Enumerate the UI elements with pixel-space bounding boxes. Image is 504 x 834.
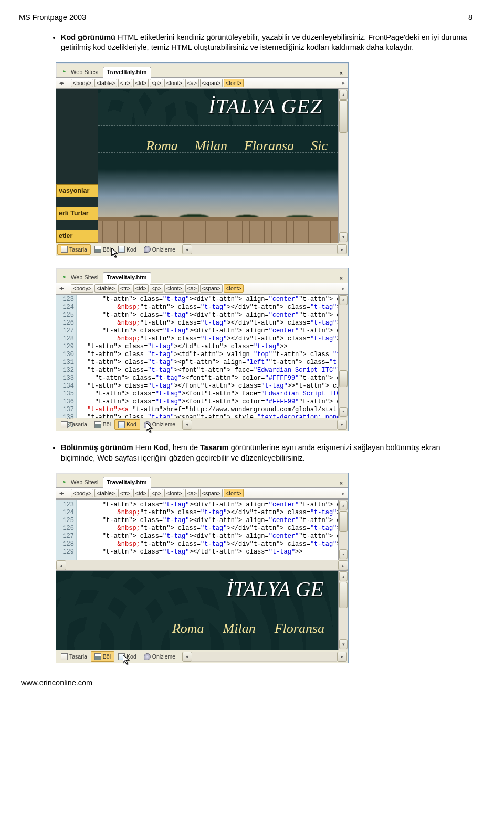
- header-left: MS Frontpage 2003: [19, 13, 86, 23]
- vertical-scrollbar[interactable]: ▴▾: [338, 570, 348, 650]
- tagbtn-body[interactable]: <body>: [71, 79, 93, 87]
- city-floransa[interactable]: Floransa: [275, 619, 324, 638]
- city-milan[interactable]: Milan: [195, 137, 227, 155]
- side-item-vasyonlar[interactable]: vasyonlar: [56, 184, 98, 197]
- tab-web-sitesi[interactable]: Web Sitesi: [58, 67, 102, 77]
- tab-web-sitesi-label: Web Sitesi: [71, 68, 98, 76]
- line-numbers: 123124125126127128129: [56, 500, 77, 560]
- tag-history-icon[interactable]: ◂▸: [59, 79, 64, 87]
- horizontal-scrollbar[interactable]: ◂▸: [182, 420, 347, 430]
- view-bol[interactable]: Böl: [91, 419, 114, 430]
- code-editor[interactable]: 1231241251261271281291301311321331341351…: [56, 294, 348, 418]
- globe-icon: [61, 274, 69, 280]
- code-body[interactable]: "t-attn"> class="t-tag"><div"t-attn"> al…: [77, 295, 338, 418]
- tagbtn-table[interactable]: <table>: [94, 79, 117, 87]
- view-kod[interactable]: Kod: [114, 651, 140, 662]
- figure-bol-view: Web Sitesi TravelItaly.htm × ◂▸ <body> <…: [56, 473, 472, 663]
- split-code-pane[interactable]: 123124125126127128129 "t-attn"> class="t…: [56, 499, 348, 560]
- view-tasarla[interactable]: Tasarla: [57, 244, 91, 255]
- line-numbers: 1231241251261271281291301311321331341351…: [56, 295, 77, 418]
- city-links: Roma Milan Floransa: [172, 619, 324, 638]
- view-kod[interactable]: Kod: [114, 244, 140, 255]
- bullet-kod-text: HTML etiketlerini kendiniz görüntüleyebi…: [61, 33, 467, 52]
- view-mode-bar: Tasarla Böl Kod Önizleme ◂ ▸: [56, 243, 348, 256]
- figure-tasarla-view: Web Sitesi TravelItaly.htm × ◂▸ <body> <…: [56, 62, 472, 256]
- vertical-scrollbar[interactable]: ▴ ▾: [338, 295, 348, 418]
- code-body[interactable]: "t-attn"> class="t-tag"><div"t-attn"> al…: [77, 500, 338, 560]
- hero-title: İTALYA GEZ: [208, 92, 322, 121]
- city-sic[interactable]: Sic: [311, 137, 328, 155]
- hscroll-right-icon[interactable]: ▸: [337, 244, 347, 254]
- tagbtn-span[interactable]: <span>: [200, 79, 223, 87]
- tab-strip: Web Sitesi TravelItaly.htm ×: [56, 63, 348, 78]
- close-icon[interactable]: ×: [337, 69, 346, 77]
- tagbtn-a[interactable]: <a>: [185, 79, 199, 87]
- bullet-list-2: Bölünmüş görünüm Hem Kod, hem de Tasarım…: [40, 443, 472, 463]
- side-nav: vasyonlar erli Turlar etler: [56, 89, 98, 243]
- vertical-scrollbar[interactable]: ▴ ▾: [338, 89, 348, 243]
- tag-history-icon[interactable]: ◂▸: [59, 489, 64, 497]
- bullet-kod-label: Kod görünümü: [61, 33, 116, 41]
- figure-kod-view: Web Sitesi TravelItaly.htm × ◂▸ <body> <…: [56, 268, 472, 431]
- city-links: Roma Milan Floransa Sic: [146, 137, 328, 155]
- bullet-bolunmus: Bölünmüş görünüm Hem Kod, hem de Tasarım…: [61, 443, 472, 463]
- design-canvas[interactable]: İTALYA GEZ Roma Milan Floransa Sic: [98, 89, 338, 243]
- bullet-kod: Kod görünümü HTML etiketlerini kendiniz …: [61, 33, 472, 53]
- close-icon[interactable]: ×: [337, 479, 346, 487]
- tab-file-active[interactable]: TravelItaly.htm: [103, 477, 151, 488]
- view-tasarla[interactable]: Tasarla: [57, 651, 91, 662]
- tagbtn-td[interactable]: <td>: [133, 79, 149, 87]
- view-bol-icon: [94, 246, 101, 253]
- tab-file-label: TravelItaly.htm: [107, 68, 146, 76]
- close-icon[interactable]: ×: [337, 275, 346, 283]
- tagbtn-font-active[interactable]: <font>: [224, 79, 244, 87]
- tab-web-sitesi[interactable]: Web Sitesi: [58, 273, 102, 283]
- bullet-list-1: Kod görünümü HTML etiketlerini kendiniz …: [40, 33, 472, 53]
- view-onizleme-icon: [144, 246, 151, 253]
- scroll-up-icon[interactable]: ▴: [339, 90, 348, 100]
- tag-history-icon[interactable]: ◂▸: [59, 285, 64, 292]
- view-tasarla-icon: [61, 246, 68, 253]
- tag-breadcrumb: ◂▸ <body> <table> <tr> <td> <p> <font> <…: [56, 78, 348, 89]
- hero-title: İTALYA GE: [226, 575, 323, 603]
- side-item-etler[interactable]: etler: [56, 230, 98, 243]
- view-onizleme[interactable]: Önizleme: [140, 651, 179, 662]
- city-floransa[interactable]: Floransa: [244, 137, 294, 155]
- side-item-erliturlar[interactable]: erli Turlar: [56, 207, 98, 220]
- view-kod-icon: [118, 246, 125, 253]
- tab-web-sitesi[interactable]: Web Sitesi: [58, 477, 102, 487]
- split-design-pane[interactable]: İTALYA GE Roma Milan Floransa: [56, 570, 338, 650]
- view-bol[interactable]: Böl: [91, 244, 114, 255]
- footer-url: www.erinconline.com: [19, 678, 472, 689]
- view-bol[interactable]: Böl: [91, 651, 114, 662]
- tagbtn-tr[interactable]: <tr>: [118, 79, 132, 87]
- city-milan[interactable]: Milan: [223, 619, 256, 638]
- tab-file-active[interactable]: TravelItaly.htm: [103, 272, 151, 283]
- horizontal-scrollbar[interactable]: ◂ ▸: [182, 244, 347, 254]
- view-tasarla[interactable]: Tasarla: [57, 419, 91, 430]
- view-onizleme[interactable]: Önizleme: [140, 419, 179, 430]
- vertical-scrollbar[interactable]: ▴▾: [338, 500, 348, 560]
- hscroll-left-icon[interactable]: ◂: [182, 244, 192, 254]
- city-roma[interactable]: Roma: [172, 619, 204, 638]
- view-kod[interactable]: Kod: [114, 419, 140, 430]
- city-roma[interactable]: Roma: [146, 137, 178, 155]
- tab-file-active[interactable]: TravelItaly.htm: [103, 67, 151, 78]
- chevron-right-icon[interactable]: ▸: [342, 79, 345, 87]
- scroll-down-icon[interactable]: ▾: [339, 232, 348, 242]
- globe-icon: [61, 479, 69, 486]
- tagbtn-font[interactable]: <font>: [164, 79, 184, 87]
- horizontal-scrollbar[interactable]: ◂▸: [182, 652, 347, 662]
- split-hscroll[interactable]: ◂▸: [56, 560, 348, 570]
- tagbtn-p[interactable]: <p>: [150, 79, 163, 87]
- page-number: 8: [468, 13, 472, 23]
- globe-icon: [61, 69, 69, 75]
- scroll-thumb[interactable]: [339, 100, 348, 133]
- view-onizleme[interactable]: Önizleme: [140, 244, 179, 255]
